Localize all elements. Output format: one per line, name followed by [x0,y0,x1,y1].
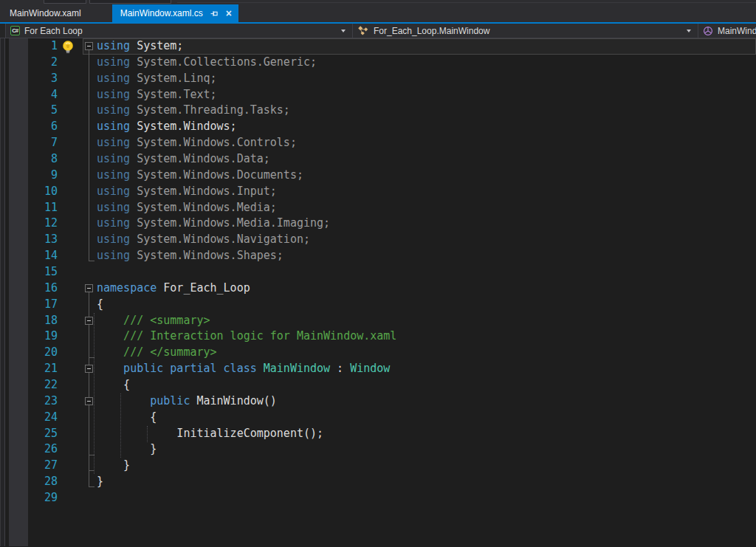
code-line[interactable]: 17{ [0,297,756,313]
type-dropdown[interactable]: For_Each_Loop.MainWindow [353,24,698,38]
fold-collapse-icon[interactable] [85,365,93,373]
fold-region-end [89,261,94,261]
line-number[interactable]: 26 [0,441,58,458]
line-number[interactable]: 29 [0,490,58,506]
code-line[interactable]: 5using System.Threading.Tasks; [0,103,756,119]
visual-studio-editor: MainWindow.xaml MainWindow.xaml.cs × C# … [0,0,756,547]
line-number[interactable]: 24 [0,410,58,426]
tab-mainwindow-xaml-cs[interactable]: MainWindow.xaml.cs × [112,4,238,22]
line-number[interactable]: 16 [0,281,58,297]
code-line[interactable]: 24 { [0,410,756,426]
fold-region-line [89,405,89,455]
member-dropdown[interactable]: MainWindow [698,24,756,38]
line-number[interactable]: 7 [0,135,58,151]
line-number[interactable]: 15 [0,264,58,281]
chevron-down-icon [341,30,346,32]
code-line[interactable]: 26 } [0,441,756,458]
navigation-bar: C# For Each Loop For_Each_Loop.MainWindo… [0,24,756,38]
code-text: using System.Windows; [97,119,237,135]
lightbulb-icon[interactable] [61,40,75,54]
code-line[interactable]: 25 InitializeComponent(); [0,426,756,442]
line-number[interactable]: 23 [0,393,58,410]
line-number[interactable]: 10 [0,184,58,200]
code-line[interactable]: 2using System.Collections.Generic; [0,55,756,71]
line-number[interactable]: 2 [0,55,58,71]
code-line[interactable]: 6using System.Windows; [0,119,756,135]
code-line[interactable]: 4using System.Text; [0,87,756,103]
code-line[interactable]: 10using System.Windows.Input; [0,184,756,200]
line-number[interactable]: 22 [0,377,58,393]
line-number[interactable]: 14 [0,248,58,264]
code-line[interactable]: 8using System.Windows.Data; [0,151,756,168]
line-number[interactable]: 8 [0,151,58,168]
code-line[interactable]: 28} [0,474,756,490]
close-icon[interactable]: × [226,8,232,18]
code-text: /// </summary> [97,345,217,361]
tab-mainwindow-xaml[interactable]: MainWindow.xaml [0,4,91,22]
code-line[interactable]: 20 /// </summary> [0,345,756,361]
code-line[interactable]: 23 public MainWindow() [0,393,756,410]
fold-collapse-icon[interactable] [85,42,93,50]
code-text: using System.Windows.Input; [97,184,277,200]
code-line[interactable]: 13using System.Windows.Navigation; [0,232,756,248]
type-name: For_Each_Loop.MainWindow [374,26,489,36]
code-text: using System.Windows.Shapes; [97,248,284,264]
code-text: using System.Windows.Navigation; [97,232,310,248]
line-number[interactable]: 27 [0,458,58,474]
code-line[interactable]: 27 } [0,458,756,474]
code-line[interactable]: 7using System.Windows.Controls; [0,135,756,151]
line-number[interactable]: 18 [0,313,58,329]
code-line[interactable]: 29 [0,490,756,506]
line-number[interactable]: 17 [0,297,58,313]
code-text: using System.Windows.Documents; [97,168,303,184]
line-number[interactable]: 5 [0,103,58,119]
line-number[interactable]: 20 [0,345,58,361]
fold-collapse-icon[interactable] [85,284,93,292]
line-number[interactable]: 3 [0,71,58,87]
code-line[interactable]: 19 /// Interaction logic for MainWindow.… [0,328,756,345]
member-name: MainWindow [718,26,756,36]
chevron-down-icon [687,30,691,32]
line-number[interactable]: 11 [0,200,58,216]
code-line[interactable]: 22 { [0,377,756,393]
code-text: } [97,458,130,474]
code-editor[interactable]: 1using System;2using System.Collections.… [0,38,756,546]
document-tab-bar: MainWindow.xaml MainWindow.xaml.cs × [0,4,756,22]
pin-icon[interactable] [210,9,219,18]
line-number[interactable]: 12 [0,216,58,232]
code-text: } [97,441,157,458]
tab-label: MainWindow.xaml [10,8,81,18]
code-text: { [97,410,157,426]
line-number[interactable]: 1 [0,38,58,55]
code-line[interactable]: 21 public partial class MainWindow : Win… [0,361,756,377]
code-text: using System.Collections.Generic; [97,55,317,71]
line-number[interactable]: 4 [0,87,58,103]
fold-collapse-icon[interactable] [85,397,93,405]
line-number[interactable]: 9 [0,168,58,184]
line-number[interactable]: 13 [0,232,58,248]
project-dropdown[interactable]: C# For Each Loop [6,24,352,38]
code-line[interactable]: 9using System.Windows.Documents; [0,168,756,184]
line-number[interactable]: 28 [0,474,58,490]
line-number[interactable]: 19 [0,328,58,345]
fold-collapse-icon[interactable] [85,317,93,325]
code-line[interactable]: 11using System.Windows.Media; [0,200,756,216]
fold-region-line [89,325,89,358]
code-line[interactable]: 15 [0,264,756,281]
code-line[interactable]: 3using System.Linq; [0,71,756,87]
line-number[interactable]: 6 [0,119,58,135]
code-line[interactable]: 16namespace For_Each_Loop [0,281,756,297]
toolbar-cutoff-box [89,0,171,4]
code-line[interactable]: 14using System.Windows.Shapes; [0,248,756,264]
project-name: For Each Loop [24,26,83,36]
code-line[interactable]: 1using System; [0,38,756,55]
line-number[interactable]: 25 [0,426,58,442]
toolbar-cutoff-box [44,0,86,4]
fold-region-end [89,455,94,455]
code-text: public partial class MainWindow : Window [97,361,390,377]
code-line[interactable]: 12using System.Windows.Media.Imaging; [0,216,756,232]
csharp-project-icon: C# [10,26,20,35]
code-line[interactable]: 18 /// <summary> [0,313,756,329]
line-number[interactable]: 21 [0,361,58,377]
tab-label: MainWindow.xaml.cs [120,8,203,18]
